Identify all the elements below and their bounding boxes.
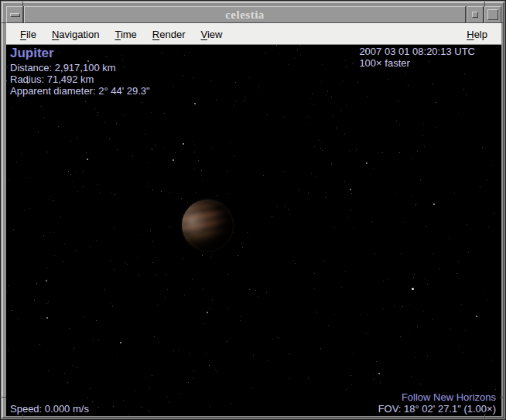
menu-time-label: Time: [115, 29, 136, 40]
menubar: File Navigation Time Render View Help: [6, 23, 501, 45]
selection-distance: Distance: 2,917,100 km: [10, 62, 150, 73]
frame-info: Follow New Horizons FOV: 18° 02' 27.1" (…: [378, 391, 496, 415]
menu-view[interactable]: View: [193, 29, 230, 40]
speed-readout: Speed: 0.000 m/s: [10, 403, 89, 415]
menu-render-label: Render: [152, 29, 186, 40]
minimize-button[interactable]: [467, 6, 484, 23]
time-rate: 100× faster: [359, 57, 475, 69]
maximize-icon: [487, 9, 498, 20]
menu-file-label: File: [20, 29, 36, 40]
frame-resize-notch: [22, 414, 23, 418]
frame-resize-notch: [484, 2, 485, 6]
frame-resize-notch: [500, 397, 504, 398]
datetime-utc: 2007 03 01 08:20:13 UTC: [359, 46, 475, 57]
menu-view-label: View: [200, 29, 222, 40]
frame-resize-notch: [2, 22, 6, 23]
window-menu-button[interactable]: [6, 6, 23, 23]
menu-help-label: Help: [467, 29, 487, 40]
frame-resize-notch: [484, 414, 485, 418]
fov-readout: FOV: 18° 02' 27.1" (1.00×): [378, 403, 496, 415]
time-info: 2007 03 01 08:20:13 UTC 100× faster: [359, 46, 475, 69]
maximize-button[interactable]: [484, 6, 501, 23]
menu-file[interactable]: File: [12, 29, 44, 40]
titlebar[interactable]: celestia: [6, 6, 501, 23]
window-title: celestia: [24, 6, 466, 23]
selection-info: Jupiter Distance: 2,917,100 km Radius: 7…: [10, 46, 150, 97]
frame-resize-notch: [500, 22, 504, 23]
selection-radius: Radius: 71,492 km: [10, 73, 150, 85]
minimize-icon: [472, 12, 478, 18]
frame-resize-notch: [2, 397, 6, 398]
planet-jupiter[interactable]: [182, 200, 233, 251]
window: celestia File Navigation Time Render Vie…: [0, 0, 506, 420]
menu-navigation[interactable]: Navigation: [44, 29, 107, 40]
window-menu-icon: [10, 13, 20, 17]
menu-render[interactable]: Render: [145, 29, 193, 40]
menu-time[interactable]: Time: [107, 29, 144, 40]
follow-mode: Follow New Horizons: [378, 391, 496, 403]
selection-apparent-diameter: Apparent diameter: 2° 44' 29.3": [10, 85, 150, 97]
menu-navigation-label: Navigation: [52, 29, 99, 40]
selection-name: Jupiter: [10, 46, 150, 61]
viewport-3d[interactable]: Jupiter Distance: 2,917,100 km Radius: 7…: [6, 45, 501, 416]
window-title-text: celestia: [225, 9, 265, 22]
frame-resize-notch: [22, 2, 23, 6]
menu-help[interactable]: Help: [459, 29, 495, 40]
